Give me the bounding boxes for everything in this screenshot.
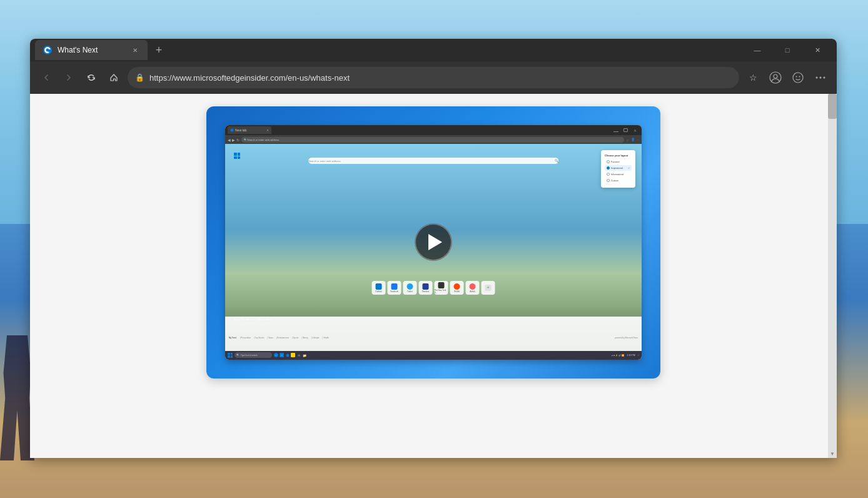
close-button[interactable]: ✕ bbox=[803, 39, 832, 61]
scroll-down-button[interactable]: ▼ bbox=[828, 449, 837, 458]
forward-button[interactable] bbox=[60, 69, 78, 86]
video-card: New tab ✕ ✕ ◀ bbox=[206, 106, 660, 379]
minimize-button[interactable]: — bbox=[743, 39, 772, 61]
account-button[interactable] bbox=[767, 69, 784, 86]
tab-title-text: What's Next bbox=[58, 46, 125, 54]
home-button[interactable] bbox=[105, 69, 123, 86]
play-triangle-icon bbox=[428, 234, 442, 250]
video-thumbnail: New tab ✕ ✕ ◀ bbox=[225, 125, 642, 360]
more-icon bbox=[814, 71, 827, 84]
back-button[interactable] bbox=[38, 69, 55, 86]
home-icon bbox=[109, 73, 118, 82]
video-player[interactable]: New tab ✕ ✕ ◀ bbox=[225, 125, 642, 360]
more-button[interactable] bbox=[812, 69, 829, 86]
scrollbar[interactable]: ▲ ▼ bbox=[828, 94, 837, 458]
emoji-button[interactable] bbox=[789, 69, 807, 86]
refresh-icon bbox=[87, 73, 96, 82]
refresh-button[interactable] bbox=[83, 69, 100, 86]
play-button[interactable] bbox=[415, 223, 452, 261]
active-tab[interactable]: What's Next ✕ bbox=[35, 40, 148, 60]
content-area: New tab ✕ ✕ ◀ bbox=[30, 94, 837, 458]
favorites-button[interactable]: ☆ bbox=[744, 69, 762, 86]
svg-point-6 bbox=[816, 77, 818, 79]
new-tab-button[interactable]: + bbox=[150, 41, 168, 59]
svg-point-2 bbox=[774, 74, 777, 78]
svg-point-4 bbox=[796, 76, 797, 78]
address-bar: 🔒 https://www.microsoftedgeinsider.com/e… bbox=[30, 61, 837, 94]
play-overlay bbox=[225, 125, 642, 360]
svg-point-3 bbox=[793, 73, 803, 83]
forward-icon bbox=[64, 73, 73, 82]
account-icon bbox=[769, 71, 782, 84]
window-controls: — □ ✕ bbox=[743, 39, 832, 61]
url-text: https://www.microsoftedgeinsider.com/en-… bbox=[149, 73, 732, 83]
edge-favicon bbox=[43, 45, 53, 55]
emoji-icon bbox=[792, 71, 804, 84]
browser-window: What's Next ✕ + — □ ✕ bbox=[30, 39, 837, 458]
scroll-down-icon: ▼ bbox=[830, 451, 835, 457]
lock-icon: 🔒 bbox=[135, 73, 144, 82]
title-bar: What's Next ✕ + — □ ✕ bbox=[30, 39, 837, 61]
svg-point-8 bbox=[824, 77, 825, 79]
svg-point-5 bbox=[799, 76, 800, 78]
maximize-button[interactable]: □ bbox=[773, 39, 802, 61]
tab-close-button[interactable]: ✕ bbox=[130, 45, 140, 55]
back-icon bbox=[42, 73, 51, 82]
url-bar[interactable]: 🔒 https://www.microsoftedgeinsider.com/e… bbox=[128, 67, 739, 88]
svg-point-7 bbox=[820, 77, 822, 79]
tab-area: What's Next ✕ + bbox=[35, 40, 743, 60]
scrollbar-thumb[interactable] bbox=[828, 94, 837, 119]
